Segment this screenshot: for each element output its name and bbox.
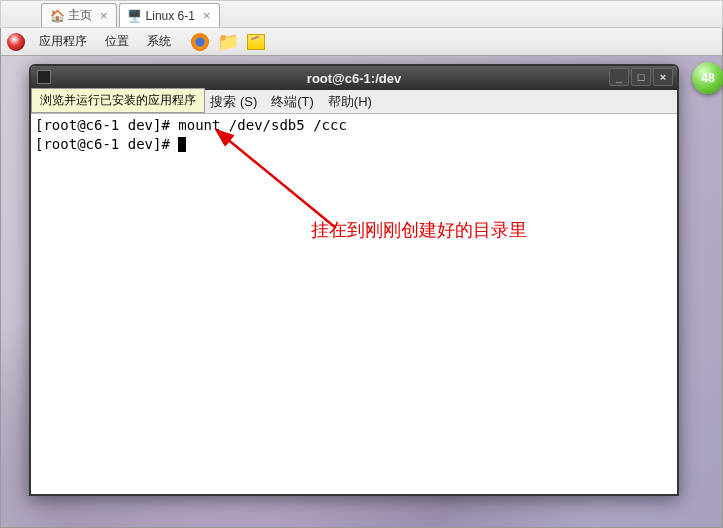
maximize-button[interactable]: □ (631, 68, 651, 86)
menu-system[interactable]: 系统 (143, 31, 175, 52)
browser-tab-strip: 🏠 主页 × 🖥️ Linux 6-1 × (0, 0, 723, 28)
desktop-area: 应用程序 位置 系统 📁 浏览并运行已安装的应用程序 48 root@c6-1:… (0, 28, 723, 528)
menu-terminal[interactable]: 终端(T) (271, 93, 314, 111)
applications-tooltip: 浏览并运行已安装的应用程序 (31, 88, 205, 113)
window-title: root@c6-1:/dev (307, 71, 401, 86)
tab-linux[interactable]: 🖥️ Linux 6-1 × (119, 3, 220, 27)
vm-icon: 🖥️ (128, 9, 142, 23)
tab-linux-label: Linux 6-1 (146, 9, 195, 23)
terminal-output: [root@c6-1 dev]# mount /dev/sdb5 /ccc [r… (35, 117, 347, 152)
window-titlebar[interactable]: root@c6-1:/dev _ □ × (31, 66, 677, 90)
firefox-icon[interactable] (189, 31, 211, 53)
close-button[interactable]: × (653, 68, 673, 86)
menu-search[interactable]: 搜索 (S) (210, 93, 257, 111)
notification-badge[interactable]: 48 (692, 62, 723, 94)
menu-help[interactable]: 帮助(H) (328, 93, 372, 111)
menu-applications[interactable]: 应用程序 (35, 31, 91, 52)
gnome-panel: 应用程序 位置 系统 📁 (1, 28, 722, 56)
tab-home-label: 主页 (68, 7, 92, 24)
minimize-button[interactable]: _ (609, 68, 629, 86)
cursor-icon (178, 137, 186, 152)
terminal-body[interactable]: [root@c6-1 dev]# mount /dev/sdb5 /ccc [r… (31, 114, 677, 494)
close-icon[interactable]: × (100, 8, 108, 23)
terminal-icon (37, 70, 51, 84)
close-icon[interactable]: × (203, 8, 211, 23)
tab-home[interactable]: 🏠 主页 × (41, 3, 117, 27)
menu-places[interactable]: 位置 (101, 31, 133, 52)
redhat-logo-icon[interactable] (7, 33, 25, 51)
terminal-window: root@c6-1:/dev _ □ × 文件(F) 编辑(E) 查看(V) 搜… (29, 64, 679, 496)
note-launcher-icon[interactable] (245, 31, 267, 53)
home-icon: 🏠 (50, 9, 64, 23)
file-manager-icon[interactable]: 📁 (217, 31, 239, 53)
